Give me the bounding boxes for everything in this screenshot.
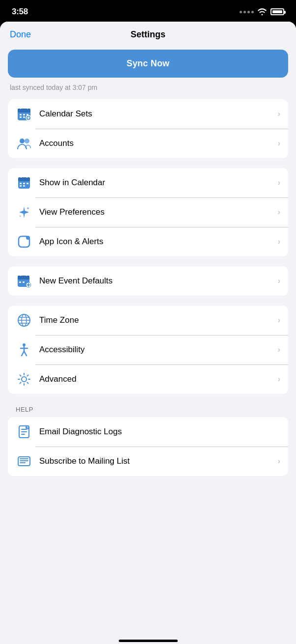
view-preferences-label: View Preferences: [39, 207, 278, 217]
show-calendar-icon: [16, 174, 32, 191]
svg-point-28: [26, 236, 30, 240]
svg-point-13: [20, 139, 25, 143]
view-preferences-chevron: ›: [278, 208, 280, 217]
status-icons: [240, 8, 284, 15]
settings-row-view-preferences[interactable]: View Preferences ›: [8, 197, 288, 227]
settings-row-accounts[interactable]: Accounts ›: [8, 129, 288, 158]
svg-rect-9: [23, 116, 25, 118]
svg-rect-24: [23, 185, 25, 187]
svg-point-26: [20, 216, 21, 217]
settings-group-3: New Event Defaults ›: [8, 266, 288, 296]
svg-rect-22: [27, 183, 28, 184]
svg-rect-37: [19, 281, 21, 283]
settings-row-app-icon[interactable]: App Icon & Alerts ›: [8, 227, 288, 256]
settings-card: Done Settings Sync Now last synced today…: [0, 22, 296, 644]
page-title: Settings: [131, 29, 165, 40]
email-diagnostic-label: Email Diagnostic Logs: [39, 427, 280, 437]
advanced-label: Advanced: [39, 374, 278, 384]
app-icon-chevron: ›: [278, 237, 280, 246]
sync-status: last synced today at 3:07 pm: [8, 83, 288, 99]
show-calendar-label: Show in Calendar: [39, 178, 278, 188]
globe-icon: [16, 312, 32, 329]
svg-rect-53: [21, 434, 25, 435]
svg-rect-17: [18, 179, 30, 181]
settings-row-new-event[interactable]: New Event Defaults ›: [8, 266, 288, 296]
status-time: 3:58: [12, 7, 28, 17]
help-section-header: HELP: [8, 406, 288, 417]
svg-rect-58: [20, 460, 28, 461]
svg-rect-6: [23, 114, 25, 115]
svg-point-25: [27, 207, 29, 209]
settings-row-email-diagnostic[interactable]: ? Email Diagnostic Logs: [8, 417, 288, 447]
time-zone-label: Time Zone: [39, 315, 278, 325]
settings-group-1: Calendar Sets › Accounts ›: [8, 99, 288, 158]
svg-rect-8: [20, 116, 22, 118]
accessibility-chevron: ›: [278, 345, 280, 354]
diagnostic-icon: ?: [16, 423, 32, 440]
home-bar: [119, 640, 178, 642]
app-icon-icon: [16, 233, 32, 250]
settings-group-help: ? Email Diagnostic Logs Subscribe to Mai…: [8, 417, 288, 476]
settings-row-calendar-sets[interactable]: Calendar Sets ›: [8, 99, 288, 129]
sync-now-button[interactable]: Sync Now: [8, 50, 288, 78]
settings-row-accessibility[interactable]: Accessibility ›: [8, 335, 288, 364]
accounts-label: Accounts: [39, 139, 278, 148]
accessibility-label: Accessibility: [39, 345, 278, 355]
status-bar: 3:58: [0, 0, 296, 22]
svg-rect-57: [20, 458, 28, 459]
nav-bar: Done Settings: [0, 22, 296, 44]
app-icon-label: App Icon & Alerts: [39, 237, 278, 247]
calendar-sets-icon: [16, 106, 32, 122]
calendar-sets-chevron: ›: [278, 110, 280, 118]
svg-rect-23: [20, 185, 22, 187]
signal-icon: [240, 11, 254, 13]
settings-group-2: Show in Calendar › View Preferences ›: [8, 168, 288, 256]
sparkle-icon: [16, 204, 32, 221]
svg-rect-59: [20, 462, 26, 463]
svg-line-47: [22, 351, 24, 356]
new-event-chevron: ›: [278, 277, 280, 285]
svg-point-14: [25, 139, 29, 143]
settings-row-advanced[interactable]: Advanced ›: [8, 364, 288, 394]
svg-point-49: [22, 377, 27, 382]
scroll-content: Sync Now last synced today at 3:07 pm: [0, 44, 296, 636]
new-event-icon: [16, 273, 32, 289]
svg-line-48: [24, 351, 27, 356]
svg-rect-52: [21, 431, 27, 432]
svg-text:?: ?: [27, 426, 28, 429]
show-calendar-chevron: ›: [278, 178, 280, 187]
settings-row-time-zone[interactable]: Time Zone ›: [8, 306, 288, 335]
time-zone-chevron: ›: [278, 316, 280, 325]
svg-rect-21: [23, 183, 25, 184]
svg-rect-2: [18, 111, 30, 112]
settings-row-show-calendar[interactable]: Show in Calendar ›: [8, 168, 288, 197]
accounts-icon: [16, 135, 32, 152]
advanced-chevron: ›: [278, 375, 280, 384]
svg-rect-20: [20, 183, 22, 184]
svg-rect-38: [23, 281, 25, 283]
wifi-icon: [258, 8, 267, 15]
subscribe-mailing-chevron: ›: [278, 457, 280, 466]
svg-rect-31: [18, 278, 29, 280]
done-button[interactable]: Done: [10, 29, 31, 40]
new-event-label: New Event Defaults: [39, 276, 278, 286]
gear-icon: [16, 371, 32, 388]
battery-icon: [270, 8, 284, 15]
settings-row-subscribe-mailing[interactable]: Subscribe to Mailing List ›: [8, 447, 288, 476]
home-indicator: [0, 636, 296, 644]
accessibility-icon: [16, 341, 32, 358]
mailing-icon: [16, 453, 32, 470]
svg-rect-5: [20, 114, 22, 115]
subscribe-mailing-label: Subscribe to Mailing List: [39, 456, 278, 466]
calendar-sets-label: Calendar Sets: [39, 109, 278, 119]
accounts-chevron: ›: [278, 139, 280, 148]
settings-group-4: Time Zone › Accessibility ›: [8, 306, 288, 394]
